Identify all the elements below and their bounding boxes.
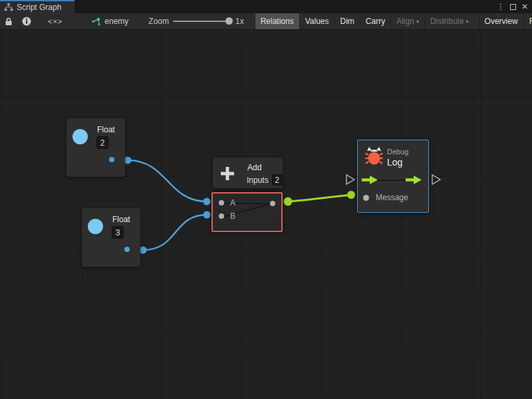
distribute-dropdown[interactable]: Distribute ▾ <box>424 13 474 29</box>
info-button[interactable] <box>17 13 36 29</box>
node-title: Log <box>387 157 402 168</box>
input-port-a[interactable] <box>219 200 224 205</box>
dim-button[interactable]: Dim <box>334 13 360 29</box>
zoom-slider-handle[interactable] <box>225 17 233 25</box>
relations-button[interactable]: Relations <box>255 13 299 29</box>
node-debug-log[interactable]: Debug Log Message <box>357 140 429 213</box>
tab-label: Script Graph <box>17 3 61 12</box>
float-value-field[interactable]: 3 <box>112 226 124 239</box>
chevron-down-icon: ▾ <box>466 19 469 25</box>
flow-input-arrow-icon[interactable] <box>362 176 378 184</box>
tab-bar: Script Graph ⋮ ✕ <box>0 0 532 13</box>
wire-add-to-message[interactable] <box>288 195 351 201</box>
align-dropdown[interactable]: Align ▾ <box>390 13 424 29</box>
wire-endpoint-dot[interactable] <box>284 198 293 206</box>
message-port-row: Message <box>363 193 408 202</box>
window-controls: ⋮ ✕ <box>497 0 531 13</box>
input-port-b[interactable] <box>219 213 224 219</box>
zoom-label: Zoom <box>148 17 169 26</box>
zoom-slider[interactable] <box>173 21 231 22</box>
flow-output-triangle[interactable] <box>432 175 440 184</box>
lock-icon <box>5 17 13 26</box>
script-graph-icon <box>4 3 13 11</box>
maximize-icon[interactable] <box>510 4 516 10</box>
node-category: Debug <box>387 148 408 156</box>
graph-name: enemy <box>104 17 128 26</box>
port-row-b: B <box>219 211 235 221</box>
node-title: Add <box>247 163 261 172</box>
message-label: Message <box>376 193 408 202</box>
info-icon <box>22 17 31 26</box>
wire-endpoint-dot[interactable] <box>203 211 211 219</box>
port-row-a: A <box>219 198 235 207</box>
zoom-value: 1x <box>235 17 244 26</box>
float-output-port[interactable] <box>124 247 130 252</box>
menu-icon[interactable]: ⋮ <box>497 0 505 13</box>
node-float-2[interactable]: Float 2 <box>66 118 125 177</box>
graph-toolbar: <×> enemy Zoom 1x Relations <box>0 13 532 30</box>
inputs-label: Inputs <box>247 176 269 185</box>
port-label-a: A <box>230 198 235 207</box>
add-output-port[interactable] <box>270 201 275 206</box>
message-input-port[interactable] <box>363 195 369 201</box>
toolbar-buttons: Relations Values Dim Carry Align ▾ Distr… <box>255 13 532 29</box>
node-title: Float <box>112 215 130 224</box>
wire-endpoint-dot[interactable] <box>203 198 211 205</box>
float-output-port[interactable] <box>109 157 114 162</box>
plus-icon <box>219 166 235 182</box>
code-view-button[interactable]: <×> <box>36 13 74 29</box>
wire-float2-to-a[interactable] <box>128 160 207 201</box>
overview-button[interactable]: Overview <box>479 13 523 29</box>
wire-endpoint-dot[interactable] <box>140 247 147 254</box>
float-value-icon <box>72 129 88 144</box>
full-screen-button[interactable]: Full Screen <box>523 13 532 29</box>
wire-float3-to-b[interactable] <box>143 215 207 250</box>
values-button[interactable]: Values <box>299 13 334 29</box>
flow-internal-link <box>377 180 408 181</box>
carry-button[interactable]: Carry <box>360 13 390 29</box>
inputs-count-field[interactable]: 2 <box>272 174 283 186</box>
node-add-ports-selected[interactable]: A B <box>211 192 283 232</box>
port-label-b: B <box>230 211 235 221</box>
close-icon[interactable]: ✕ <box>521 0 528 13</box>
lock-button[interactable] <box>0 13 17 29</box>
script-graph-window: Script Graph ⋮ ✕ <×> <box>0 0 532 399</box>
wire-endpoint-dot[interactable] <box>124 157 132 164</box>
node-float-3[interactable]: Float 3 <box>82 208 140 267</box>
node-add[interactable]: Add Inputs 2 <box>213 158 283 188</box>
flow-input-triangle[interactable] <box>346 175 354 184</box>
zoom-control: Zoom 1x <box>135 13 249 29</box>
tab-script-graph[interactable]: Script Graph <box>0 0 74 13</box>
debug-bug-icon <box>365 146 383 166</box>
flow-output-arrow-icon[interactable] <box>406 176 422 184</box>
graph-breadcrumb[interactable]: enemy <box>74 13 135 29</box>
add-inputs-control: Inputs 2 <box>247 174 283 186</box>
float-value-field[interactable]: 2 <box>96 136 108 149</box>
code-icon: <×> <box>48 17 63 25</box>
chevron-down-icon: ▾ <box>416 19 419 25</box>
toolbar-gap <box>474 13 479 29</box>
wire-endpoint-dot[interactable] <box>347 191 355 199</box>
float-value-icon <box>88 219 103 234</box>
node-title: Float <box>97 125 115 134</box>
graph-asset-icon <box>92 17 101 26</box>
